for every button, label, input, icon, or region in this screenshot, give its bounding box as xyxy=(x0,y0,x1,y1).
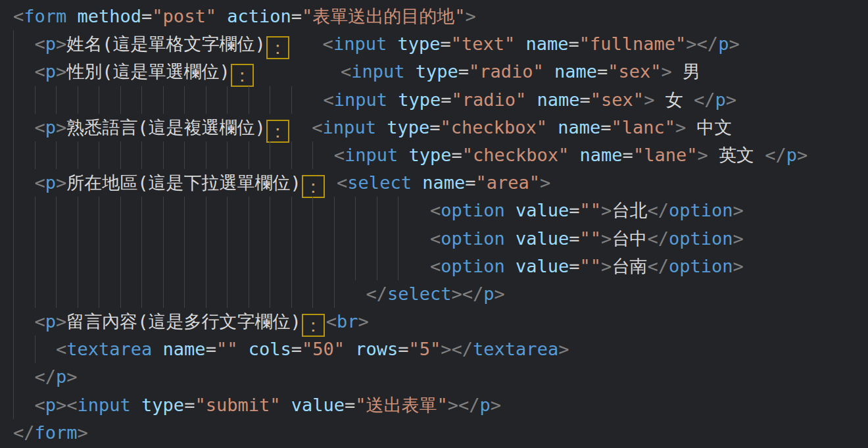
code-text: <p>所在地區(這是下拉選單欄位)： <select name="area"> xyxy=(0,169,550,198)
token-punc: < xyxy=(312,117,322,137)
token-punc: > xyxy=(494,284,505,304)
token-attr: name xyxy=(569,145,622,165)
token-plain xyxy=(255,61,341,82)
token-tag: option xyxy=(669,256,733,276)
token-punc: > xyxy=(540,172,550,193)
highlighted-colon-char: ： xyxy=(266,36,289,59)
leading-whitespace xyxy=(13,172,35,193)
token-punc: </ xyxy=(647,256,669,276)
token-punc: > xyxy=(66,366,77,387)
token-punc: > xyxy=(558,339,569,359)
token-plain xyxy=(291,117,312,137)
token-str: "送出表單" xyxy=(355,395,448,415)
token-attr: method xyxy=(66,6,141,26)
token-eq: = xyxy=(345,395,355,415)
token-attr: value xyxy=(505,200,569,220)
token-punc: > xyxy=(733,256,743,276)
token-eq: = xyxy=(569,256,579,276)
token-punc: < xyxy=(430,256,441,276)
token-eq: = xyxy=(398,339,408,359)
code-line-5[interactable]: <p>熟悉語言(這是複選欄位)： <input type="checkbox" … xyxy=(0,114,868,141)
token-str: "" xyxy=(216,339,238,359)
token-eq: = xyxy=(597,61,608,82)
token-punc: > xyxy=(56,172,66,193)
token-punc: < xyxy=(326,311,337,332)
token-eq: = xyxy=(580,89,591,110)
code-line-14[interactable]: </p> xyxy=(0,363,868,391)
token-punc: > xyxy=(56,61,66,82)
token-punc: < xyxy=(13,6,24,26)
token-punc: < xyxy=(341,61,351,82)
token-str: "" xyxy=(580,256,602,276)
token-punc: </ xyxy=(13,422,35,443)
leading-whitespace xyxy=(13,117,35,137)
token-punc: < xyxy=(35,61,45,82)
token-punc: > xyxy=(601,228,612,249)
highlighted-colon-char: ： xyxy=(266,120,289,143)
token-tag: input xyxy=(345,145,398,165)
code-lines-container: <form method="post" action="表單送出的目的地"> <… xyxy=(0,3,868,447)
code-line-9[interactable]: <option value="">台中</option> xyxy=(0,225,868,253)
token-tag: select xyxy=(387,284,452,304)
token-punc: > xyxy=(56,34,66,54)
code-text: <p>性別(這是單選欄位)： <input type="radio" name=… xyxy=(0,58,700,87)
token-punc: < xyxy=(35,311,45,332)
token-punc: < xyxy=(35,395,45,415)
token-attr: cols xyxy=(237,339,291,359)
token-punc: > xyxy=(601,200,612,220)
code-line-12[interactable]: <p>留言內容(這是多行文字欄位)：<br> xyxy=(0,308,868,336)
code-line-8[interactable]: <option value="">台北</option> xyxy=(0,197,868,224)
token-punc: > xyxy=(358,311,369,332)
token-punc: ></ xyxy=(452,284,484,304)
code-line-3[interactable]: <p>性別(這是單選欄位)： <input type="radio" name=… xyxy=(0,58,868,86)
token-attr: type xyxy=(376,117,429,137)
code-line-2[interactable]: <p>姓名(這是單格文字欄位)： <input type="text" name… xyxy=(0,30,868,58)
token-str: "submit" xyxy=(195,395,280,415)
token-tag: option xyxy=(669,228,733,249)
token-eq: = xyxy=(206,339,216,359)
leading-whitespace xyxy=(13,34,35,54)
token-tag: p xyxy=(718,34,729,54)
token-punc: < xyxy=(334,145,345,165)
token-attr: name xyxy=(547,117,600,137)
code-line-16[interactable]: </form> xyxy=(0,419,868,447)
token-str: "lane" xyxy=(633,145,698,165)
leading-whitespace xyxy=(13,61,35,82)
code-text: <p><input type="submit" value="送出表單"></p… xyxy=(0,391,501,419)
token-attr: name xyxy=(544,61,597,82)
token-tag: form xyxy=(35,422,78,443)
code-line-7[interactable]: <p>所在地區(這是下拉選單欄位)： <select name="area"> xyxy=(0,169,868,197)
token-attr: value xyxy=(280,395,345,415)
code-editor[interactable]: <form method="post" action="表單送出的目的地"> <… xyxy=(0,0,868,448)
token-attr: type xyxy=(131,395,184,415)
code-text: <option value="">台北</option> xyxy=(0,197,744,224)
token-plain xyxy=(326,172,337,193)
token-attr: action xyxy=(216,6,291,26)
token-str: "radio" xyxy=(452,89,527,110)
token-punc: > xyxy=(491,395,501,415)
code-line-11[interactable]: </select></p> xyxy=(0,280,868,308)
code-line-6[interactable]: <input type="checkbox" name="lane"> 英文 <… xyxy=(0,141,868,169)
token-tag: p xyxy=(45,61,56,82)
token-tag: p xyxy=(45,117,56,137)
token-punc: > xyxy=(797,145,808,165)
code-line-13[interactable]: <textarea name="" cols="50" rows="5"></t… xyxy=(0,336,868,363)
token-str: "50" xyxy=(302,339,345,359)
token-punc: < xyxy=(56,339,66,359)
token-plain xyxy=(291,34,323,54)
code-line-10[interactable]: <option value="">台南</option> xyxy=(0,253,868,280)
code-line-4[interactable]: <input type="radio" name="sex"> 女 </p> xyxy=(0,86,868,114)
token-tag: input xyxy=(351,61,404,82)
token-plain: 男 xyxy=(672,61,700,82)
token-punc: > xyxy=(644,89,654,110)
token-attr: name xyxy=(515,34,568,54)
token-tag: p xyxy=(45,395,56,415)
token-punc: > xyxy=(733,200,743,220)
token-tag: select xyxy=(347,172,412,193)
token-tag: p xyxy=(45,34,56,54)
token-attr: value xyxy=(505,228,569,249)
token-str: "checkbox" xyxy=(462,145,569,165)
code-line-1[interactable]: <form method="post" action="表單送出的目的地"> xyxy=(0,3,868,30)
token-tag: textarea xyxy=(66,339,152,359)
code-line-15[interactable]: <p><input type="submit" value="送出表單"></p… xyxy=(0,391,868,419)
